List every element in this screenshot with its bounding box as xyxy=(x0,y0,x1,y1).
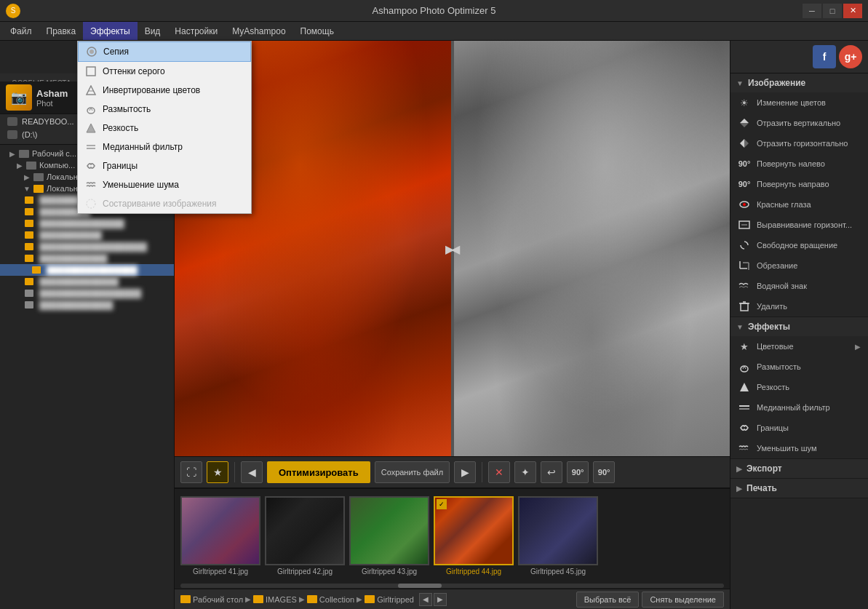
bc-girltripped-label[interactable]: Girltripped xyxy=(377,595,414,604)
denoise-icon xyxy=(85,179,97,191)
effect-borders[interactable]: Границы xyxy=(78,156,251,175)
svg-rect-2 xyxy=(87,67,95,76)
effect-color-change[interactable]: ☀ Изменение цветов xyxy=(730,92,868,113)
tree-item-9[interactable]: ██████████████████ xyxy=(0,287,174,299)
effect-invert[interactable]: Инвертирование цветов xyxy=(78,81,251,100)
menu-help[interactable]: Помощь xyxy=(293,22,341,40)
effect-median-panel[interactable]: Медианный фильтр xyxy=(730,397,868,418)
median-panel-icon xyxy=(738,401,751,414)
effect-flip-v[interactable]: Отразить вертикально xyxy=(730,113,868,133)
tree-item-6[interactable]: ████████████ xyxy=(0,252,174,264)
menu-view[interactable]: Вид xyxy=(138,22,168,40)
facebook-button[interactable]: f xyxy=(813,45,836,68)
bc-girltripped-icon xyxy=(365,595,375,603)
bc-prev-button[interactable]: ◀ xyxy=(419,593,432,606)
tree-item-8-label: ██████████████ xyxy=(39,277,119,286)
bc-arrow1: ▶ xyxy=(245,595,251,603)
googleplus-button[interactable]: g+ xyxy=(839,45,862,68)
tree-computer-label: Компью... xyxy=(39,161,75,170)
undo-button[interactable]: ↩ xyxy=(541,461,562,483)
red-eye-label: Красные глаза xyxy=(757,200,811,209)
tree-item-4[interactable]: ███████████ xyxy=(0,229,174,241)
effect-delete[interactable]: Удалить xyxy=(730,296,868,317)
minimize-button[interactable]: ─ xyxy=(803,4,821,18)
watermark-icon xyxy=(738,279,751,292)
scroll-thumb[interactable] xyxy=(398,584,442,588)
bc-images-label[interactable]: IMAGES xyxy=(266,595,297,604)
export-section-header[interactable]: ▶ Экспорт xyxy=(730,459,868,478)
menu-file[interactable]: Файл xyxy=(3,22,39,40)
close-button[interactable]: ✕ xyxy=(843,4,862,18)
breadcrumb-images[interactable]: IMAGES xyxy=(253,595,297,604)
deselect-button[interactable]: Снять выделение xyxy=(642,592,724,608)
tree-item-5[interactable]: ███████████████████ xyxy=(0,241,174,252)
menu-effects[interactable]: Эффекты xyxy=(83,22,138,40)
effect-free-rotate[interactable]: Свободное вращение xyxy=(730,235,868,255)
filmstrip-scrollbar[interactable] xyxy=(175,583,730,589)
sp-readyboo-label: READYBOO... xyxy=(22,117,74,126)
effect-horizon[interactable]: Выравнивание горизонт... xyxy=(730,215,868,235)
select-all-button[interactable]: Выбрать всё xyxy=(576,592,640,608)
split-handle[interactable]: ◀ ▶ xyxy=(451,41,454,456)
optimize-button[interactable]: Оптимизировать xyxy=(267,461,370,483)
effect-denoise[interactable]: Уменьшение шума xyxy=(78,175,251,194)
effect-red-eye[interactable]: Красные глаза xyxy=(730,194,868,215)
image-section-header[interactable]: ▼ Изображение xyxy=(730,73,868,92)
effect-sharpen[interactable]: Резкость xyxy=(78,119,251,138)
effect-blur[interactable]: Размытость xyxy=(78,100,251,119)
nav-next-button[interactable]: ▶ xyxy=(454,461,476,483)
filmstrip-item-2[interactable]: Girltripped 42.jpg xyxy=(265,496,345,576)
effect-flip-h[interactable]: Отразить горизонтально xyxy=(730,133,868,154)
effect-median[interactable]: Медианный фильтр xyxy=(78,138,251,156)
delete-button[interactable]: ✕ xyxy=(488,461,510,483)
bc-next-button[interactable]: ▶ xyxy=(434,593,447,606)
filmstrip-item-4[interactable]: ✓ Girltripped 44.jpg xyxy=(434,496,514,576)
effect-grayscale[interactable]: Оттенки серого xyxy=(78,62,251,81)
effect-median-label: Медианный фильтр xyxy=(103,142,183,152)
breadcrumb-collection[interactable]: Collection xyxy=(307,595,354,604)
effect-borders-panel[interactable]: Границы xyxy=(730,418,868,438)
effect-watermark[interactable]: Водяной знак xyxy=(730,276,868,296)
bc-desktop-label[interactable]: Рабочий стол xyxy=(193,595,243,604)
red-eye-icon xyxy=(738,198,751,211)
menu-settings[interactable]: Настройки xyxy=(167,22,225,40)
star-button[interactable]: ★ xyxy=(207,461,228,483)
nav-prev-button[interactable]: ◀ xyxy=(241,461,263,483)
svg-rect-22 xyxy=(741,303,748,311)
filmstrip-item-3[interactable]: Girltripped 43.jpg xyxy=(349,496,429,576)
effect-color-panel[interactable]: ★ Цветовые ▶ xyxy=(730,336,868,357)
tree-item-10[interactable]: █████████████ xyxy=(0,299,174,311)
svg-point-1 xyxy=(89,49,94,54)
tree-item-8[interactable]: ██████████████ xyxy=(0,276,174,287)
maximize-button[interactable]: □ xyxy=(823,4,842,18)
menu-edit[interactable]: Правка xyxy=(39,22,84,40)
tree-item-3[interactable]: ███████████████ xyxy=(0,218,174,229)
breadcrumb-desktop[interactable]: Рабочий стол xyxy=(180,595,243,604)
effect-rotate-left[interactable]: 90° Повернуть налево xyxy=(730,154,868,174)
breadcrumb-girltripped[interactable]: Girltripped xyxy=(365,595,414,604)
menu-myashampoo[interactable]: MyAshampoo xyxy=(225,22,292,40)
effect-crop[interactable]: Обрезание xyxy=(730,255,868,276)
svg-marker-11 xyxy=(740,123,749,127)
filmstrip-item-1[interactable]: Girltripped 41.jpg xyxy=(180,496,260,576)
effect-sepia[interactable]: Сепия xyxy=(78,41,251,62)
effect-rotate-right[interactable]: 90° Повернуть направо xyxy=(730,174,868,194)
bc-collection-label[interactable]: Collection xyxy=(319,595,354,604)
filmstrip-item-5[interactable]: Girltripped 45.jpg xyxy=(518,496,598,576)
tree-item-selected[interactable]: ████████████████ xyxy=(0,264,174,276)
status-bar: Рабочий стол ▶ IMAGES ▶ Collection ▶ Gir… xyxy=(175,589,730,609)
effects-section-header[interactable]: ▼ Эффекты xyxy=(730,317,868,336)
star2-button[interactable]: ✦ xyxy=(514,461,536,483)
export-chevron: ▶ xyxy=(736,465,742,473)
save-button[interactable]: Сохранить файл xyxy=(375,461,450,483)
median-panel-label: Медианный фильтр xyxy=(757,403,830,412)
rotate90l-button[interactable]: 90° xyxy=(567,461,589,483)
thumb-label-4: Girltripped 44.jpg xyxy=(446,568,501,576)
effect-denoise-panel[interactable]: Уменьшить шум xyxy=(730,438,868,458)
print-section-header[interactable]: ▶ Печать xyxy=(730,479,868,498)
effect-blur-panel[interactable]: Размытость xyxy=(730,357,868,377)
zoom-button[interactable]: ⛶ xyxy=(180,461,202,483)
effect-sharpen-panel[interactable]: Резкость xyxy=(730,377,868,397)
effect-aging[interactable]: Состаривание изображения xyxy=(78,194,251,213)
rotate90r-button[interactable]: 90° xyxy=(593,461,615,483)
